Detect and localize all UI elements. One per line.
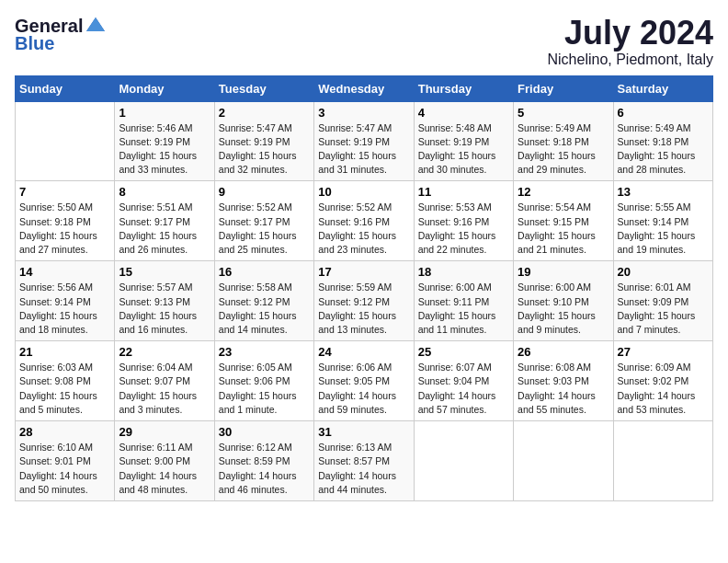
day-cell-17: 17Sunrise: 5:59 AM Sunset: 9:12 PM Dayli…	[314, 261, 414, 341]
day-info: Sunrise: 6:00 AM Sunset: 9:11 PM Dayligh…	[418, 281, 509, 337]
day-cell-5: 5Sunrise: 5:49 AM Sunset: 9:18 PM Daylig…	[514, 101, 613, 181]
empty-cell	[414, 421, 513, 501]
day-number: 15	[119, 265, 210, 279]
day-cell-23: 23Sunrise: 6:05 AM Sunset: 9:06 PM Dayli…	[214, 341, 313, 421]
location: Nichelino, Piedmont, Italy	[547, 52, 713, 68]
day-info: Sunrise: 5:59 AM Sunset: 9:12 PM Dayligh…	[318, 281, 409, 337]
day-info: Sunrise: 5:53 AM Sunset: 9:16 PM Dayligh…	[418, 201, 509, 257]
day-cell-21: 21Sunrise: 6:03 AM Sunset: 9:08 PM Dayli…	[16, 341, 115, 421]
day-cell-15: 15Sunrise: 5:57 AM Sunset: 9:13 PM Dayli…	[115, 261, 214, 341]
day-number: 12	[518, 185, 609, 199]
col-header-monday: Monday	[115, 75, 214, 101]
logo: General Blue	[15, 15, 107, 54]
col-header-saturday: Saturday	[613, 75, 712, 101]
day-info: Sunrise: 6:10 AM Sunset: 9:01 PM Dayligh…	[19, 441, 110, 497]
day-number: 13	[618, 185, 709, 199]
empty-cell	[613, 421, 712, 501]
day-number: 26	[518, 345, 609, 359]
day-info: Sunrise: 6:12 AM Sunset: 8:59 PM Dayligh…	[219, 441, 310, 497]
day-number: 1	[119, 106, 210, 120]
day-number: 21	[19, 345, 110, 359]
day-cell-7: 7Sunrise: 5:50 AM Sunset: 9:18 PM Daylig…	[16, 181, 115, 261]
logo-icon	[85, 15, 107, 37]
day-cell-28: 28Sunrise: 6:10 AM Sunset: 9:01 PM Dayli…	[16, 421, 115, 501]
day-cell-11: 11Sunrise: 5:53 AM Sunset: 9:16 PM Dayli…	[414, 181, 513, 261]
day-info: Sunrise: 5:57 AM Sunset: 9:13 PM Dayligh…	[119, 281, 210, 337]
day-info: Sunrise: 6:06 AM Sunset: 9:05 PM Dayligh…	[318, 361, 409, 417]
day-cell-18: 18Sunrise: 6:00 AM Sunset: 9:11 PM Dayli…	[414, 261, 513, 341]
day-number: 29	[119, 425, 210, 439]
day-cell-27: 27Sunrise: 6:09 AM Sunset: 9:02 PM Dayli…	[613, 341, 712, 421]
day-info: Sunrise: 6:09 AM Sunset: 9:02 PM Dayligh…	[618, 361, 709, 417]
day-number: 27	[618, 345, 709, 359]
col-header-sunday: Sunday	[16, 75, 115, 101]
day-number: 6	[618, 106, 709, 120]
day-number: 18	[418, 265, 509, 279]
day-cell-3: 3Sunrise: 5:47 AM Sunset: 9:19 PM Daylig…	[314, 101, 414, 181]
day-number: 24	[318, 345, 409, 359]
day-number: 22	[119, 345, 210, 359]
day-info: Sunrise: 6:11 AM Sunset: 9:00 PM Dayligh…	[119, 441, 210, 497]
day-cell-1: 1Sunrise: 5:46 AM Sunset: 9:19 PM Daylig…	[115, 101, 214, 181]
month-title: July 2024	[547, 15, 713, 52]
day-cell-30: 30Sunrise: 6:12 AM Sunset: 8:59 PM Dayli…	[214, 421, 313, 501]
col-header-tuesday: Tuesday	[214, 75, 313, 101]
day-cell-6: 6Sunrise: 5:49 AM Sunset: 9:18 PM Daylig…	[613, 101, 712, 181]
day-info: Sunrise: 5:46 AM Sunset: 9:19 PM Dayligh…	[119, 121, 210, 178]
day-number: 7	[19, 185, 110, 199]
logo-blue-text: Blue	[15, 33, 54, 54]
day-number: 30	[219, 425, 310, 439]
day-info: Sunrise: 5:49 AM Sunset: 9:18 PM Dayligh…	[618, 121, 709, 178]
day-number: 17	[318, 265, 409, 279]
day-info: Sunrise: 5:51 AM Sunset: 9:17 PM Dayligh…	[119, 201, 210, 257]
day-cell-4: 4Sunrise: 5:48 AM Sunset: 9:19 PM Daylig…	[414, 101, 513, 181]
day-cell-22: 22Sunrise: 6:04 AM Sunset: 9:07 PM Dayli…	[115, 341, 214, 421]
day-info: Sunrise: 5:52 AM Sunset: 9:17 PM Dayligh…	[219, 201, 310, 257]
day-info: Sunrise: 6:08 AM Sunset: 9:03 PM Dayligh…	[518, 361, 609, 417]
day-number: 16	[219, 265, 310, 279]
day-info: Sunrise: 5:58 AM Sunset: 9:12 PM Dayligh…	[219, 281, 310, 337]
day-number: 23	[219, 345, 310, 359]
day-info: Sunrise: 6:01 AM Sunset: 9:09 PM Dayligh…	[618, 281, 709, 337]
day-cell-31: 31Sunrise: 6:13 AM Sunset: 8:57 PM Dayli…	[314, 421, 414, 501]
day-cell-9: 9Sunrise: 5:52 AM Sunset: 9:17 PM Daylig…	[214, 181, 313, 261]
day-number: 9	[219, 185, 310, 199]
empty-cell	[16, 101, 115, 181]
day-info: Sunrise: 5:48 AM Sunset: 9:19 PM Dayligh…	[418, 121, 509, 178]
day-number: 20	[618, 265, 709, 279]
day-cell-8: 8Sunrise: 5:51 AM Sunset: 9:17 PM Daylig…	[115, 181, 214, 261]
title-area: July 2024 Nichelino, Piedmont, Italy	[547, 15, 713, 68]
day-info: Sunrise: 6:05 AM Sunset: 9:06 PM Dayligh…	[219, 361, 310, 417]
day-info: Sunrise: 5:47 AM Sunset: 9:19 PM Dayligh…	[318, 121, 409, 178]
day-number: 19	[518, 265, 609, 279]
day-number: 31	[318, 425, 409, 439]
day-info: Sunrise: 5:56 AM Sunset: 9:14 PM Dayligh…	[19, 281, 110, 337]
col-header-wednesday: Wednesday	[314, 75, 414, 101]
svg-marker-1	[86, 17, 105, 31]
day-number: 11	[418, 185, 509, 199]
day-cell-26: 26Sunrise: 6:08 AM Sunset: 9:03 PM Dayli…	[514, 341, 613, 421]
day-cell-10: 10Sunrise: 5:52 AM Sunset: 9:16 PM Dayli…	[314, 181, 414, 261]
empty-cell	[514, 421, 613, 501]
day-cell-12: 12Sunrise: 5:54 AM Sunset: 9:15 PM Dayli…	[514, 181, 613, 261]
day-info: Sunrise: 5:47 AM Sunset: 9:19 PM Dayligh…	[219, 121, 310, 178]
day-info: Sunrise: 5:50 AM Sunset: 9:18 PM Dayligh…	[19, 201, 110, 257]
col-header-thursday: Thursday	[414, 75, 513, 101]
day-info: Sunrise: 5:52 AM Sunset: 9:16 PM Dayligh…	[318, 201, 409, 257]
day-number: 2	[219, 106, 310, 120]
day-number: 10	[318, 185, 409, 199]
day-info: Sunrise: 6:03 AM Sunset: 9:08 PM Dayligh…	[19, 361, 110, 417]
day-number: 8	[119, 185, 210, 199]
day-info: Sunrise: 6:07 AM Sunset: 9:04 PM Dayligh…	[418, 361, 509, 417]
day-cell-16: 16Sunrise: 5:58 AM Sunset: 9:12 PM Dayli…	[214, 261, 313, 341]
calendar-table: SundayMondayTuesdayWednesdayThursdayFrid…	[15, 75, 713, 501]
day-cell-13: 13Sunrise: 5:55 AM Sunset: 9:14 PM Dayli…	[613, 181, 712, 261]
day-number: 14	[19, 265, 110, 279]
day-cell-24: 24Sunrise: 6:06 AM Sunset: 9:05 PM Dayli…	[314, 341, 414, 421]
day-cell-25: 25Sunrise: 6:07 AM Sunset: 9:04 PM Dayli…	[414, 341, 513, 421]
day-number: 28	[19, 425, 110, 439]
day-info: Sunrise: 6:00 AM Sunset: 9:10 PM Dayligh…	[518, 281, 609, 337]
day-number: 3	[318, 106, 409, 120]
day-cell-29: 29Sunrise: 6:11 AM Sunset: 9:00 PM Dayli…	[115, 421, 214, 501]
day-info: Sunrise: 6:04 AM Sunset: 9:07 PM Dayligh…	[119, 361, 210, 417]
